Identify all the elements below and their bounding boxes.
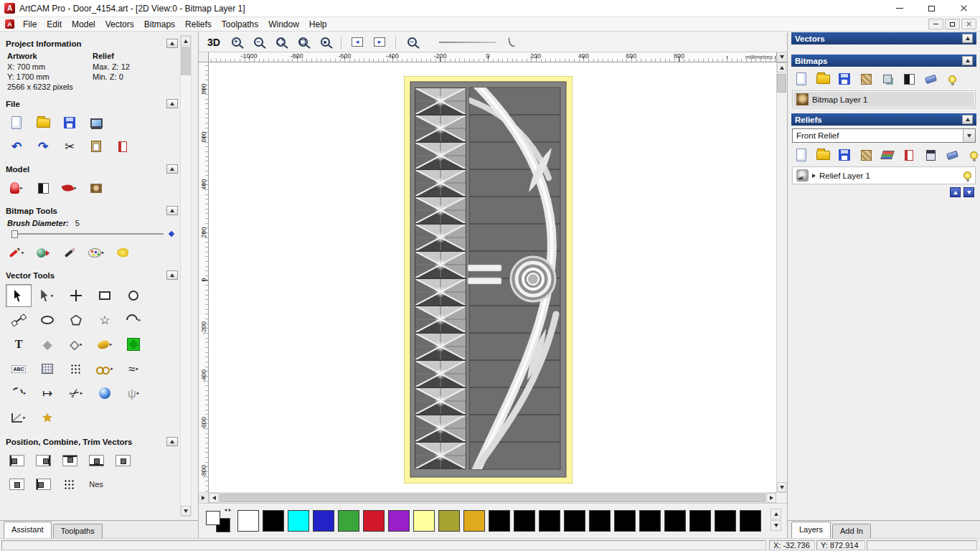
text-on-curve-tool[interactable]: ABC bbox=[6, 357, 32, 380]
palette-swatch-5[interactable] bbox=[363, 510, 385, 532]
vector-wizard-tool[interactable]: ★ bbox=[34, 406, 60, 429]
palette-swatch-10[interactable] bbox=[489, 510, 510, 532]
scroll-up-button[interactable] bbox=[181, 36, 191, 46]
palette-swatch-18[interactable] bbox=[689, 510, 711, 532]
flyout-arrow-icon[interactable]: ▸ bbox=[136, 366, 138, 372]
vector-doctor-tool[interactable]: ψ▸ bbox=[121, 382, 146, 405]
ruler-options-button[interactable] bbox=[776, 52, 787, 62]
export-model-button[interactable] bbox=[85, 112, 107, 133]
flyout-arrow-icon[interactable]: ▸ bbox=[51, 293, 54, 298]
offset-vector-tool[interactable]: ◇▸ bbox=[63, 333, 89, 356]
palette-swatch-0[interactable] bbox=[237, 510, 259, 532]
align-bottom-button[interactable] bbox=[85, 450, 107, 471]
align-contour-button[interactable] bbox=[6, 474, 27, 495]
palette-swatch-19[interactable] bbox=[715, 510, 736, 532]
flyout-arrow-icon[interactable]: ▸ bbox=[138, 317, 141, 323]
palette-swatch-8[interactable] bbox=[438, 510, 460, 532]
palette-swatch-1[interactable] bbox=[263, 510, 284, 532]
tab-assistant[interactable]: Assistant bbox=[4, 522, 52, 538]
palette-swatch-2[interactable] bbox=[288, 510, 309, 532]
close-button[interactable] bbox=[948, 0, 980, 17]
cut-button[interactable]: ✂ bbox=[59, 136, 80, 157]
create-arc-tool[interactable]: ▸ bbox=[121, 309, 146, 331]
create-polygon-tool[interactable] bbox=[63, 309, 89, 331]
zoom-fit-button[interactable] bbox=[295, 34, 311, 50]
menu-bitmaps[interactable]: Bitmaps bbox=[139, 18, 180, 31]
toggle-bitmap-visibility-button[interactable] bbox=[943, 70, 961, 88]
create-circle-tool[interactable] bbox=[121, 284, 146, 307]
undo-button[interactable]: ↶ bbox=[6, 136, 27, 157]
paste-along-curve-button[interactable] bbox=[32, 474, 54, 495]
open-model-button[interactable] bbox=[32, 112, 54, 133]
palette-swatch-9[interactable] bbox=[463, 510, 485, 532]
mdi-restore-button[interactable] bbox=[945, 19, 960, 29]
flyout-arrow-icon[interactable]: ▸ bbox=[23, 415, 26, 420]
relief-stack-button[interactable] bbox=[879, 146, 896, 164]
zoom-window-button[interactable] bbox=[273, 34, 288, 50]
align-top-button[interactable] bbox=[59, 450, 80, 471]
palette-swatch-11[interactable] bbox=[514, 510, 535, 532]
palette-swatch-14[interactable] bbox=[589, 510, 611, 532]
block-paste-tool[interactable] bbox=[121, 333, 146, 356]
delete-relief-layer-button[interactable] bbox=[943, 146, 961, 164]
chevron-down-icon[interactable] bbox=[963, 129, 975, 142]
paste-button[interactable] bbox=[85, 136, 107, 157]
flood-fill-button[interactable]: ▸ bbox=[32, 242, 54, 263]
toggle-3d-view-button[interactable]: 3D bbox=[206, 34, 222, 50]
menu-edit[interactable]: Edit bbox=[42, 18, 67, 31]
scrollbar-thumb[interactable] bbox=[181, 47, 191, 75]
nest-vectors-label[interactable]: Nes bbox=[85, 474, 107, 495]
save-model-button[interactable] bbox=[59, 112, 80, 133]
fit-curve-tool[interactable]: ≈▸ bbox=[121, 357, 146, 380]
collapse-reliefs-button[interactable] bbox=[962, 115, 973, 124]
collapse-bitmap-tools-button[interactable] bbox=[166, 206, 178, 215]
palette-swatch-7[interactable] bbox=[413, 510, 435, 532]
expand-arrow-icon[interactable] bbox=[812, 174, 816, 178]
relief-layer-row[interactable]: Relief Layer 1 bbox=[793, 168, 974, 183]
pan-left-button[interactable]: ◂ bbox=[349, 34, 365, 50]
delete-bitmap-layer-button[interactable] bbox=[922, 70, 939, 88]
distort-vector-tool[interactable]: ◆ bbox=[34, 333, 60, 356]
drawing-canvas[interactable] bbox=[209, 62, 787, 492]
bitmap-texture-button[interactable] bbox=[857, 70, 875, 88]
palette-swatch-20[interactable] bbox=[740, 510, 761, 532]
align-right-button[interactable] bbox=[32, 450, 54, 471]
create-rectangle-tool[interactable] bbox=[92, 284, 118, 307]
tab-add-in[interactable]: Add In bbox=[832, 524, 871, 538]
move-layer-down-button[interactable] bbox=[963, 187, 974, 197]
palette-swatch-17[interactable] bbox=[664, 510, 686, 532]
primary-colour-swatch[interactable] bbox=[206, 511, 220, 525]
collapse-project-information-button[interactable] bbox=[166, 39, 178, 48]
open-bitmap-layer-button[interactable] bbox=[814, 70, 831, 88]
image-to-model-button[interactable] bbox=[85, 177, 107, 199]
flyout-arrow-icon[interactable]: ▸ bbox=[110, 366, 113, 372]
paint-tool-button[interactable]: ▸ bbox=[6, 242, 27, 263]
flyout-arrow-icon[interactable]: ▸ bbox=[80, 342, 83, 347]
canvas-horizontal-scrollbar[interactable] bbox=[209, 493, 776, 503]
redo-button[interactable]: ↷ bbox=[32, 136, 54, 157]
flyout-arrow-icon[interactable]: ▸ bbox=[102, 250, 105, 255]
relief-note-button[interactable] bbox=[900, 146, 918, 164]
flyout-arrow-icon[interactable]: ▸ bbox=[137, 390, 140, 396]
align-centre-button[interactable] bbox=[112, 450, 133, 471]
vector-clipart-tool[interactable]: ▸ bbox=[92, 333, 118, 356]
scroll-left-button[interactable] bbox=[209, 493, 219, 503]
block-nudge-button[interactable] bbox=[59, 474, 80, 495]
align-left-button[interactable] bbox=[6, 450, 27, 471]
mdi-minimize-button[interactable] bbox=[928, 19, 943, 29]
scroll-down-button[interactable] bbox=[181, 506, 191, 516]
palette-swatch-3[interactable] bbox=[313, 510, 334, 532]
chain-vectors-tool[interactable]: ▸ bbox=[92, 357, 118, 380]
palette-swatch-16[interactable] bbox=[639, 510, 661, 532]
tab-layers[interactable]: Layers bbox=[791, 522, 831, 538]
transform-vectors-tool[interactable] bbox=[63, 284, 89, 307]
palette-scroll-down-button[interactable] bbox=[771, 520, 781, 531]
pan-right-button[interactable]: ▸ bbox=[372, 34, 387, 50]
sculpt-model-button[interactable]: ▸ bbox=[59, 177, 80, 199]
maximize-button[interactable] bbox=[915, 0, 948, 17]
primary-secondary-colour-indicator[interactable] bbox=[204, 508, 233, 534]
palette-scroll-up-button[interactable] bbox=[771, 509, 781, 519]
collapse-file-button[interactable] bbox=[166, 99, 178, 108]
new-bitmap-layer-button[interactable] bbox=[793, 70, 810, 88]
palette-swatch-13[interactable] bbox=[564, 510, 585, 532]
